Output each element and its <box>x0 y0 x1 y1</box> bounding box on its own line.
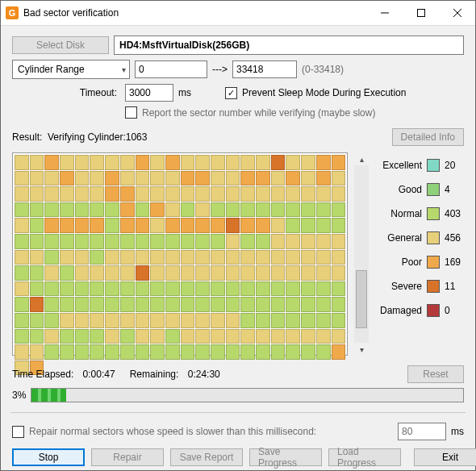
sector-cell <box>105 186 119 202</box>
sector-cell <box>332 297 346 312</box>
sector-cell <box>271 186 286 202</box>
sector-cell <box>150 344 165 360</box>
sector-cell <box>226 329 240 344</box>
save-report-button[interactable]: Save Report <box>170 448 243 466</box>
sector-cell <box>256 155 270 170</box>
stop-button[interactable]: Stop <box>12 448 85 466</box>
sector-cell <box>165 202 180 218</box>
minimize-button[interactable] <box>366 1 403 25</box>
legend-name: Good <box>375 184 422 195</box>
sector-cell <box>271 313 286 328</box>
sector-cell <box>105 313 119 328</box>
sector-cell <box>256 218 270 233</box>
sector-cell <box>332 250 346 265</box>
legend-count: 403 <box>445 208 464 219</box>
sector-cell <box>226 171 240 186</box>
detailed-info-button[interactable]: Detailed Info <box>392 128 464 146</box>
sector-cell <box>316 250 331 265</box>
scroll-up-icon[interactable]: ▴ <box>354 152 369 165</box>
sector-cell <box>150 313 165 328</box>
sector-cell <box>240 218 255 233</box>
save-progress-button[interactable]: Save Progress <box>249 448 322 466</box>
sector-cell <box>181 202 195 218</box>
select-disk-button[interactable]: Select Disk <box>12 36 109 54</box>
sector-cell <box>256 329 270 344</box>
load-progress-button[interactable]: Load Progress <box>328 448 401 466</box>
repair-slow-ms-input[interactable]: 80 <box>398 423 446 440</box>
range-arrow: ---> <box>212 64 228 75</box>
legend-count: 11 <box>445 281 464 292</box>
sector-cell <box>150 281 165 297</box>
sector-cell <box>301 234 315 249</box>
legend-swatch <box>427 304 440 317</box>
sector-cell <box>165 265 180 281</box>
sector-cell <box>165 218 180 233</box>
sector-cell <box>136 218 150 233</box>
exit-button[interactable]: Exit <box>414 448 476 466</box>
sector-cell <box>211 171 225 186</box>
sector-cell <box>90 155 104 170</box>
window-title: Bad sector verification <box>23 7 366 19</box>
sector-cell <box>240 344 255 360</box>
sector-cell <box>240 329 255 344</box>
sector-cell <box>286 265 300 281</box>
reset-button[interactable]: Reset <box>407 365 464 383</box>
sector-cell <box>136 344 150 360</box>
range-type-select[interactable]: Cylinder Range ▾ <box>12 60 130 79</box>
range-from-input[interactable]: 0 <box>135 60 207 78</box>
close-button[interactable] <box>439 1 475 25</box>
sector-cell <box>90 186 104 202</box>
sector-cell <box>286 313 300 328</box>
sector-cell <box>240 281 255 297</box>
sector-cell <box>301 265 315 281</box>
sector-cell <box>286 171 300 186</box>
legend-row: General456 <box>375 231 464 244</box>
report-sector-checkbox[interactable] <box>125 106 137 119</box>
sector-cell <box>211 250 225 265</box>
sector-cell <box>165 171 180 186</box>
map-scrollbar[interactable]: ▴ ▾ <box>354 152 369 356</box>
sector-cell <box>195 218 210 233</box>
sector-cell <box>120 313 135 328</box>
repair-slow-checkbox[interactable] <box>12 426 24 438</box>
sector-cell <box>256 234 270 249</box>
legend-count: 456 <box>445 232 464 244</box>
sector-cell <box>316 281 331 297</box>
elapsed-label: Time Elapsed: <box>12 369 73 380</box>
sector-cell <box>15 202 29 218</box>
sector-cell <box>181 297 195 312</box>
sector-cell <box>332 281 346 297</box>
range-to-input[interactable]: 33418 <box>232 60 297 78</box>
prevent-sleep-checkbox[interactable] <box>225 87 237 99</box>
repair-button[interactable]: Repair <box>91 448 164 466</box>
sector-cell <box>301 186 315 202</box>
sector-cell <box>256 171 270 186</box>
sector-cell <box>15 171 29 186</box>
sector-cell <box>44 186 59 202</box>
sector-cell <box>195 234 210 249</box>
sector-cell <box>226 265 240 281</box>
sector-cell <box>15 234 29 249</box>
range-hint: (0-33418) <box>302 64 344 75</box>
sector-cell <box>240 186 255 202</box>
sector-cell <box>165 297 180 312</box>
sector-cell <box>30 171 44 186</box>
progress-percent: 3% <box>12 390 26 401</box>
legend-count: 20 <box>445 160 464 171</box>
maximize-button[interactable] <box>403 1 439 25</box>
timeout-input[interactable]: 3000 <box>125 84 173 102</box>
sector-cell <box>286 202 300 218</box>
sector-cell <box>105 234 119 249</box>
sector-cell <box>120 218 135 233</box>
sector-cell <box>165 344 180 360</box>
sector-cell <box>60 155 74 170</box>
scroll-down-icon[interactable]: ▾ <box>354 343 369 356</box>
sector-cell <box>30 297 44 312</box>
scrollbar-thumb[interactable] <box>356 270 367 328</box>
sector-cell <box>90 202 104 218</box>
progress-bar <box>31 388 464 402</box>
sector-cell <box>44 265 59 281</box>
sector-cell <box>286 329 300 344</box>
sector-cell <box>195 344 210 360</box>
sector-cell <box>15 155 29 170</box>
